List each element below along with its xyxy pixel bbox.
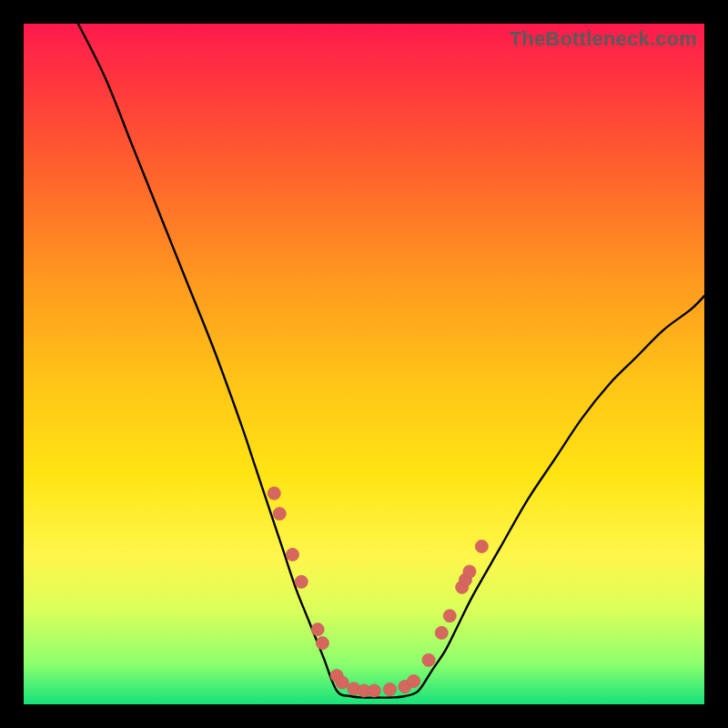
data-point bbox=[336, 676, 349, 689]
data-point bbox=[316, 637, 329, 650]
data-point bbox=[311, 623, 324, 636]
data-point bbox=[463, 565, 476, 578]
plot-area: TheBottleneck.com bbox=[24, 24, 704, 704]
curve-paths bbox=[78, 24, 704, 698]
data-point bbox=[475, 540, 488, 552]
marker-dots bbox=[268, 487, 488, 697]
data-point bbox=[407, 674, 420, 687]
data-point bbox=[368, 684, 380, 697]
bottleneck-curve bbox=[78, 24, 704, 698]
curve-layer bbox=[24, 24, 704, 704]
data-point bbox=[295, 575, 308, 588]
data-point bbox=[422, 653, 435, 666]
data-point bbox=[435, 626, 448, 639]
data-point bbox=[286, 548, 298, 561]
data-point bbox=[273, 507, 286, 520]
data-point bbox=[268, 487, 280, 500]
chart-frame: TheBottleneck.com bbox=[0, 0, 728, 728]
data-point bbox=[443, 610, 456, 622]
data-point bbox=[383, 682, 396, 695]
